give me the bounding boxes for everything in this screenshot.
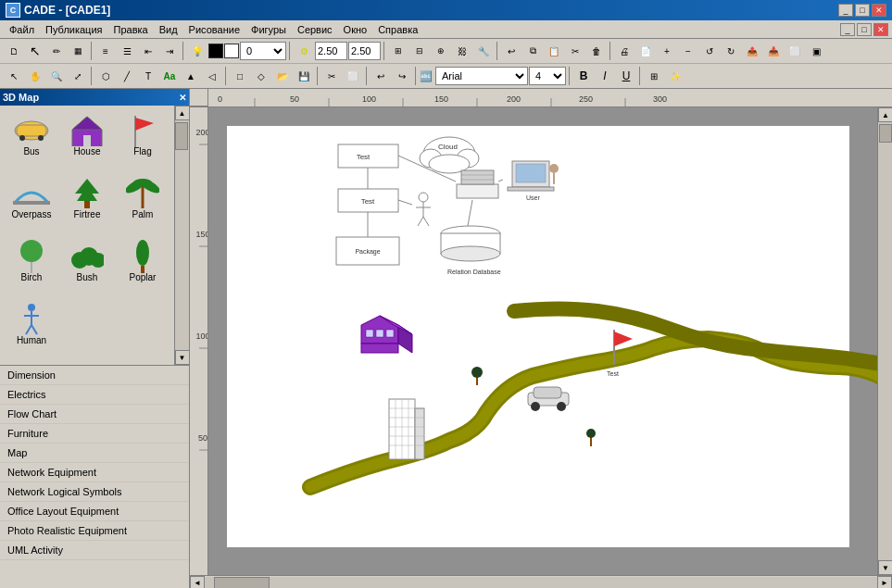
list-item-uml[interactable]: UML Activity [0,541,189,560]
list-item-flowchart[interactable]: Flow Chart [0,405,189,424]
building-3d[interactable] [389,399,424,459]
stick-person[interactable] [416,193,431,226]
fill-btn[interactable]: ▲ [181,66,201,86]
list-item-map[interactable]: Map [0,444,189,463]
menu-window[interactable]: Окно [338,22,373,37]
cloud-shape[interactable]: Cloud [420,137,479,173]
scissors-btn[interactable]: ✂ [321,66,342,86]
shape-overpass[interactable]: Overpass [6,174,57,233]
panel-close-btn[interactable]: ✕ [179,93,186,103]
scroll-up-right[interactable]: ▲ [878,107,892,122]
align-text-btn[interactable]: ⊞ [644,66,664,86]
shape-palm[interactable]: Palm [117,174,169,233]
list-item-electrics[interactable]: Electrics [0,385,189,405]
zoom-fit-btn[interactable]: ⤢ [68,66,88,86]
toolbar-close[interactable]: ✕ [873,23,888,36]
tree-small-1[interactable] [471,367,483,385]
color-swatch-white[interactable] [224,44,239,58]
workstation-shape[interactable]: User [508,161,559,201]
move-right[interactable]: ⇥ [159,41,180,61]
light-btn[interactable]: 💡 [187,41,207,61]
house-3d[interactable] [361,316,412,353]
size1-input[interactable]: 2.50 [315,42,347,60]
link-btn[interactable]: ⛓ [452,41,472,61]
list-item-network-logical[interactable]: Network Logical Symbols [0,482,189,502]
window-controls[interactable]: _ □ ✕ [838,4,886,17]
menu-draw[interactable]: Рисование [183,22,245,37]
underline-button[interactable]: U [616,66,636,86]
font-size-select[interactable]: 4812 [529,67,566,85]
list-item-office[interactable]: Office Layout Equipment [0,502,189,521]
align-center[interactable]: ☰ [117,41,137,61]
redo2-btn[interactable]: ↪ [392,66,412,86]
move-left[interactable]: ⇤ [138,41,158,61]
minimize-button[interactable]: _ [838,4,853,17]
print2-btn[interactable]: 📄 [635,41,656,61]
italic-button[interactable]: I [595,66,615,86]
menu-publish[interactable]: Публикация [40,22,107,37]
scroll-down-btn[interactable]: ▼ [175,350,190,365]
line-btn[interactable]: ╱ [117,66,137,86]
cut-btn[interactable]: ✂ [565,41,585,61]
delete-btn[interactable]: 🗑 [586,41,607,61]
car-shape[interactable] [528,387,569,411]
close-button[interactable]: ✕ [872,4,886,17]
undo-btn[interactable]: ↩ [501,41,521,61]
shape-bush[interactable]: Bush [61,237,113,296]
new-btn[interactable]: 🗋 [4,41,24,61]
maximize-button[interactable]: □ [855,4,870,17]
contour-btn[interactable]: ◁ [202,66,222,86]
list-item-network-equipment[interactable]: Network Equipment [0,463,189,482]
rotate-right[interactable]: ↻ [721,41,741,61]
zoom-area-btn[interactable]: 🔍 [46,66,67,86]
scroll-thumb-h[interactable] [214,577,270,589]
shape-human[interactable]: Human [6,300,57,359]
color-swatch-black[interactable] [208,44,223,58]
shape-firtree[interactable]: Firtree [61,174,113,233]
font-select[interactable]: Arial [435,67,528,85]
shapes-btn[interactable]: □ [230,66,250,86]
shape-poplar[interactable]: Poplar [117,237,169,296]
shapes2-btn[interactable]: ◇ [251,66,271,86]
list-item-dimension[interactable]: Dimension [0,366,189,385]
list-item-furniture[interactable]: Furniture [0,424,189,444]
list-item-photo[interactable]: Photo Realistic Equipment [0,521,189,541]
open-btn[interactable]: 📂 [272,66,293,86]
size2-input[interactable]: 2.50 [348,42,381,60]
h-scrollbar[interactable]: ◄ ► [190,575,892,588]
text-btn[interactable]: T [138,66,158,86]
align-left[interactable]: ≡ [95,41,116,61]
scroll-thumb[interactable] [175,122,188,150]
shape-bus[interactable]: Bus [6,111,57,170]
cursor-btn[interactable]: ↖ [4,66,24,86]
hatch-btn[interactable]: ▦ [68,41,88,61]
scroll-right-btn[interactable]: ► [877,576,892,589]
arrow-btn[interactable]: ↖ [25,41,45,61]
shape-birch[interactable]: Birch [6,237,57,296]
grid2-btn[interactable]: ⊟ [409,41,430,61]
zoom-out-btn[interactable]: − [678,41,698,61]
scroll-down-right[interactable]: ▼ [878,560,892,575]
properties-btn[interactable]: ⚙ [294,41,314,61]
line-width-select[interactable]: 012 [240,42,286,60]
menu-help[interactable]: Справка [372,22,423,37]
shape-flag[interactable]: Flag [117,111,169,170]
paste-btn[interactable]: 📋 [544,41,564,61]
special-btn[interactable]: ✨ [665,66,685,86]
menu-view[interactable]: Вид [154,22,183,37]
group-btn[interactable]: ▣ [806,41,826,61]
undo2-btn[interactable]: ↩ [371,66,391,86]
menu-shapes[interactable]: Фигуры [245,22,292,37]
menu-file[interactable]: Файл [4,22,40,37]
toolbar-restore[interactable]: □ [857,23,872,36]
scroll-up-btn[interactable]: ▲ [175,106,190,120]
right-scrollbar[interactable]: ▲ ▼ [877,107,892,575]
menu-edit[interactable]: Правка [108,22,154,37]
scroll-left-btn[interactable]: ◄ [190,576,205,589]
layers-btn[interactable]: ⬜ [785,41,805,61]
snap-btn[interactable]: ⊕ [431,41,451,61]
tree-small-2[interactable] [586,429,596,446]
polygon-btn[interactable]: ⬡ [95,66,116,86]
select-btn[interactable]: ⬜ [343,66,363,86]
scroll-thumb-right[interactable] [879,124,892,143]
